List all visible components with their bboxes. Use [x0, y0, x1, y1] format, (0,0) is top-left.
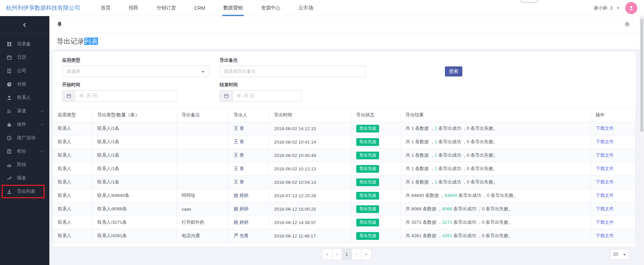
cell-person: 王 青 [229, 149, 269, 162]
end-date-input[interactable] [232, 90, 302, 102]
sidebar-collapse-button[interactable] [0, 16, 49, 34]
download-file-link[interactable]: 下载文件 [596, 179, 614, 184]
status-badge: 导出完成 [356, 192, 379, 200]
download-file-link[interactable]: 下载文件 [596, 206, 614, 211]
start-date-input[interactable] [75, 90, 178, 102]
table-header-row: 应用类型导出类型/数量（条）导出备注导出人导出时间导出状态导出结果操作 [53, 108, 636, 122]
pagination-next-button[interactable]: › [352, 249, 362, 260]
person-name: 王 青 [234, 166, 244, 171]
cell-action: 下载文件 [591, 122, 636, 135]
cell-status: 导出完成 [352, 135, 401, 149]
chevron-down-icon [41, 109, 44, 112]
pagination-first-button[interactable]: « [322, 249, 332, 260]
sidebar-item-group[interactable]: 分组 [0, 77, 49, 91]
pagination-page-1-button[interactable]: 1 [342, 249, 352, 260]
column-header: 导出类型/数量（条） [93, 108, 177, 122]
download-file-link[interactable]: 下载文件 [596, 139, 614, 144]
app-type-select[interactable]: 请选择 [62, 66, 209, 77]
campaign-icon [6, 136, 12, 141]
avatar[interactable] [625, 2, 637, 14]
sidebar-item-component[interactable]: 组件 [0, 118, 49, 131]
cell-time: 2018-06-12 11:48:17 [269, 229, 352, 243]
sidebar-item-calendar[interactable]: 日历 [0, 51, 49, 64]
status-badge: 导出完成 [356, 219, 379, 226]
pie-icon [6, 82, 12, 87]
sidebar-item-report[interactable]: 报表 [0, 171, 49, 185]
chevron-down-icon [617, 7, 619, 9]
cell-action: 下载文件 [591, 149, 636, 162]
cell-status: 导出完成 [352, 122, 401, 135]
nav-item-distribution[interactable]: 分销订货 [147, 0, 185, 16]
download-file-link[interactable]: 下载文件 [596, 233, 614, 238]
success-count: 1 [434, 166, 437, 171]
download-file-link[interactable]: 下载文件 [596, 166, 614, 171]
cell-person: 王 青 [229, 122, 269, 135]
bell-icon[interactable] [57, 21, 62, 28]
cell-app-type: 联系人 [53, 135, 93, 149]
nav-item-cloud-market[interactable]: 云市场 [289, 0, 322, 16]
sidebar: 仪表盘 日历 公司 分组 联系人 渠道 组件 推广活动 积分 阶段 [0, 16, 49, 265]
success-count: 3271 [442, 220, 452, 225]
sidebar-item-channel[interactable]: 渠道 [0, 104, 49, 118]
page-size-select[interactable]: 20 [610, 249, 629, 260]
pagination-prev-button[interactable]: ‹ [332, 249, 342, 260]
person-name: 王 青 [234, 153, 244, 158]
cell-app-type: 联系人 [53, 122, 93, 135]
cell-time: 2018-08-02 10:40:49 [269, 149, 352, 162]
cell-export-type: 联系人/1条 [93, 122, 177, 135]
cell-export-type: 联系人/1条 [93, 175, 177, 189]
sidebar-item-contacts[interactable]: 联系人 [0, 91, 49, 104]
start-time-label: 开始时间 [62, 82, 220, 88]
nav-item-data-marketing[interactable]: 数据营销 [214, 0, 252, 16]
chevron-down-icon [623, 254, 626, 256]
cell-result: 共 1 条数据 ，1 条导出成功 ，0 条导出失败。 [401, 162, 591, 175]
cell-action: 下载文件 [591, 216, 636, 229]
sidebar-item-points[interactable]: 积分 [0, 145, 49, 158]
download-file-link[interactable]: 下载文件 [596, 220, 614, 225]
nav-item-investment[interactable]: 招商 [120, 0, 147, 16]
pagination-last-button[interactable]: » [361, 249, 371, 260]
success-count: 1 [434, 153, 437, 158]
overlay-artifact [520, 0, 539, 3]
status-badge: 导出完成 [356, 138, 379, 146]
nav-item-resource-center[interactable]: 资源中心 [252, 0, 289, 16]
download-file-link[interactable]: 下载文件 [596, 153, 614, 158]
cell-result: 共 84640 条数据 ，84640 条导出成功 ，0 条导出失败。 [401, 189, 591, 202]
sidebar-item-stage[interactable]: 阶段 [0, 158, 49, 171]
scrollbar-thumb[interactable] [640, 18, 643, 132]
download-file-link[interactable]: 下载文件 [596, 193, 614, 198]
person-name: 王 青 [234, 179, 244, 184]
cell-export-type: 联系人/1条 [93, 162, 177, 175]
company-brand[interactable]: 杭州利伊享数据科技有限公司 [6, 4, 80, 12]
gear-icon[interactable] [625, 21, 630, 28]
cell-app-type: 联系人 [53, 149, 93, 162]
sidebar-item-export-list[interactable]: 导出列表 [2, 185, 45, 198]
cell-person: 王 青 [229, 162, 269, 175]
calendar-icon[interactable] [220, 90, 232, 102]
sidebar-item-company[interactable]: 公司 [0, 64, 49, 77]
cell-result: 共 1 条数据 ，1 条导出成功 ，0 条导出失败。 [401, 135, 591, 149]
subheader: 导出记录列表 [49, 34, 644, 49]
nav-item-crm[interactable]: CRM [185, 0, 214, 16]
sidebar-item-dashboard[interactable]: 仪表盘 [0, 37, 49, 51]
person-name: 姚 婷婷 [234, 220, 248, 225]
calendar-icon[interactable] [62, 90, 75, 102]
nav-item-home[interactable]: 首页 [92, 0, 120, 16]
content-card: 应用类型 请选择 导出备注 搜索 开始时间 [53, 52, 636, 247]
cell-time: 2018-06-12 14:38:57 [269, 216, 352, 229]
sidebar-item-campaign[interactable]: 推广活动 [0, 131, 49, 145]
cell-result: 共 1 条数据 ，1 条导出成功 ，0 条导出失败。 [401, 122, 591, 135]
component-icon [6, 122, 12, 127]
cell-note: 打开邮件的 [177, 216, 229, 229]
success-count: 84640 [445, 193, 457, 198]
search-button[interactable]: 搜索 [445, 66, 462, 76]
person-name: 严 光将 [234, 233, 248, 238]
cell-result: 共 1 条数据 ，1 条导出成功 ，0 条导出失败。 [401, 175, 591, 189]
vertical-scrollbar[interactable] [640, 16, 644, 265]
cell-result: 共 3271 条数据 ，3271 条导出成功 ，0 条导出失败。 [401, 216, 591, 229]
download-file-link[interactable]: 下载文件 [596, 126, 614, 131]
cell-status: 导出完成 [352, 149, 401, 162]
remark-input[interactable] [220, 66, 366, 77]
status-badge: 导出完成 [356, 232, 379, 240]
user-menu[interactable]: 谢小婷 [594, 2, 638, 14]
